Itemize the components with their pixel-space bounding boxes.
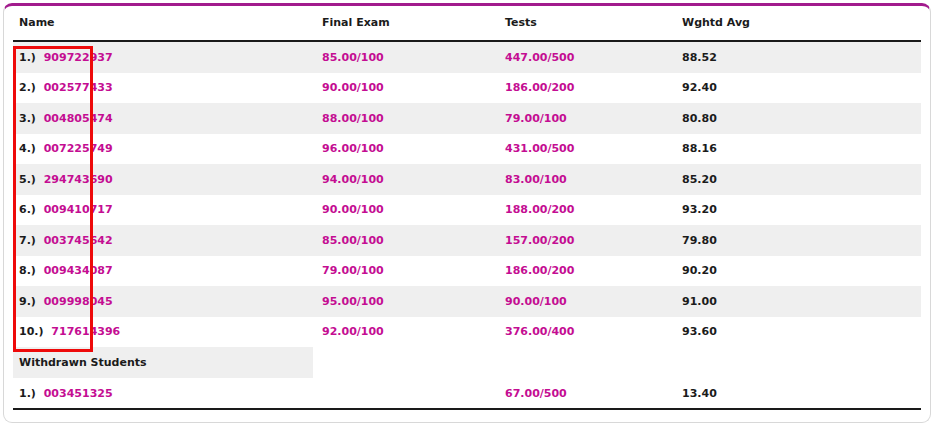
student-id-link[interactable]: 002577433 <box>44 81 113 94</box>
tests-cell: 376.00/400 <box>499 325 676 338</box>
withdrawn-section-row: Withdrawn Students <box>13 347 921 378</box>
student-name-cell: 6.) 009410717 <box>13 203 316 216</box>
column-header-name: Name <box>13 16 316 40</box>
final-exam-cell: 85.00/100 <box>316 51 499 64</box>
wghtd-avg-cell: 92.40 <box>676 81 921 94</box>
final-exam-cell: 94.00/100 <box>316 173 499 186</box>
column-header-wghtd-avg: Wghtd Avg <box>676 16 921 40</box>
tests-cell: 90.00/100 <box>499 295 676 308</box>
wghtd-avg-cell: 90.20 <box>676 264 921 277</box>
student-name-cell: 9.) 009998045 <box>13 295 316 308</box>
student-id-link[interactable]: 007225749 <box>44 142 113 155</box>
row-rank: 3.) <box>19 112 36 125</box>
tests-cell: 447.00/500 <box>499 51 676 64</box>
student-name-cell: 5.) 294743690 <box>13 173 316 186</box>
row-rank: 10.) <box>19 325 44 338</box>
wghtd-avg-cell: 13.40 <box>676 387 921 400</box>
wghtd-avg-cell: 88.52 <box>676 51 921 64</box>
table-header: Name Final Exam Tests Wghtd Avg <box>13 6 921 42</box>
final-exam-cell: 92.00/100 <box>316 325 499 338</box>
wghtd-avg-cell: 91.00 <box>676 295 921 308</box>
tests-cell: 67.00/500 <box>499 387 676 400</box>
wghtd-avg-cell: 85.20 <box>676 173 921 186</box>
final-exam-cell: 95.00/100 <box>316 295 499 308</box>
table-row: 1.) 003451325 67.00/500 13.40 <box>13 378 921 408</box>
row-rank: 5.) <box>19 173 36 186</box>
student-name-cell: 1.) 003451325 <box>13 387 316 400</box>
tests-cell: 186.00/200 <box>499 81 676 94</box>
tests-cell: 79.00/100 <box>499 112 676 125</box>
student-name-cell: 1.) 909722937 <box>13 51 316 64</box>
row-rank: 1.) <box>19 387 36 400</box>
table-row: 5.) 294743690 94.00/100 83.00/100 85.20 <box>13 164 921 195</box>
row-rank: 6.) <box>19 203 36 216</box>
row-rank: 1.) <box>19 51 36 64</box>
table-row: 1.) 909722937 85.00/100 447.00/500 88.52 <box>13 42 921 73</box>
student-id-link[interactable]: 294743690 <box>44 173 113 186</box>
wghtd-avg-cell: 80.80 <box>676 112 921 125</box>
tests-cell: 83.00/100 <box>499 173 676 186</box>
student-rows: 1.) 909722937 85.00/100 447.00/500 88.52… <box>13 42 921 347</box>
tests-cell: 157.00/200 <box>499 234 676 247</box>
student-id-link[interactable]: 717614396 <box>51 325 120 338</box>
tests-cell: 186.00/200 <box>499 264 676 277</box>
final-exam-cell: 79.00/100 <box>316 264 499 277</box>
student-id-link[interactable]: 009434087 <box>44 264 113 277</box>
row-rank: 2.) <box>19 81 36 94</box>
table-row: 10.) 717614396 92.00/100 376.00/400 93.6… <box>13 317 921 348</box>
gradebook-screenshot: Name Final Exam Tests Wghtd Avg 1.) 9097… <box>0 0 936 427</box>
final-exam-cell: 85.00/100 <box>316 234 499 247</box>
table-row: 6.) 009410717 90.00/100 188.00/200 93.20 <box>13 195 921 226</box>
gradebook-panel: Name Final Exam Tests Wghtd Avg 1.) 9097… <box>3 3 931 423</box>
student-name-cell: 10.) 717614396 <box>13 325 316 338</box>
row-rank: 9.) <box>19 295 36 308</box>
column-header-final-exam: Final Exam <box>316 16 499 40</box>
table-row: 8.) 009434087 79.00/100 186.00/200 90.20 <box>13 256 921 287</box>
withdrawn-student-rows: 1.) 003451325 67.00/500 13.40 <box>13 378 921 408</box>
wghtd-avg-cell: 79.80 <box>676 234 921 247</box>
wghtd-avg-cell: 93.20 <box>676 203 921 216</box>
table-row: 9.) 009998045 95.00/100 90.00/100 91.00 <box>13 286 921 317</box>
student-name-cell: 7.) 003745642 <box>13 234 316 247</box>
final-exam-cell: 90.00/100 <box>316 203 499 216</box>
final-exam-cell: 96.00/100 <box>316 142 499 155</box>
student-name-cell: 8.) 009434087 <box>13 264 316 277</box>
table-row: 4.) 007225749 96.00/100 431.00/500 88.16 <box>13 134 921 165</box>
wghtd-avg-cell: 93.60 <box>676 325 921 338</box>
withdrawn-section-header: Withdrawn Students <box>13 347 313 378</box>
student-name-cell: 4.) 007225749 <box>13 142 316 155</box>
final-exam-cell: 90.00/100 <box>316 81 499 94</box>
table-bottom-border <box>13 408 921 410</box>
student-id-link[interactable]: 004805474 <box>44 112 113 125</box>
student-id-link[interactable]: 009998045 <box>44 295 113 308</box>
student-id-link[interactable]: 003451325 <box>44 387 113 400</box>
final-exam-cell: 88.00/100 <box>316 112 499 125</box>
student-name-cell: 3.) 004805474 <box>13 112 316 125</box>
row-rank: 4.) <box>19 142 36 155</box>
column-header-tests: Tests <box>499 16 676 40</box>
row-rank: 8.) <box>19 264 36 277</box>
table-row: 2.) 002577433 90.00/100 186.00/200 92.40 <box>13 73 921 104</box>
student-id-link[interactable]: 009410717 <box>44 203 113 216</box>
student-name-cell: 2.) 002577433 <box>13 81 316 94</box>
row-rank: 7.) <box>19 234 36 247</box>
tests-cell: 188.00/200 <box>499 203 676 216</box>
wghtd-avg-cell: 88.16 <box>676 142 921 155</box>
table-row: 7.) 003745642 85.00/100 157.00/200 79.80 <box>13 225 921 256</box>
table-row: 3.) 004805474 88.00/100 79.00/100 80.80 <box>13 103 921 134</box>
student-id-link[interactable]: 003745642 <box>44 234 113 247</box>
student-id-link[interactable]: 909722937 <box>44 51 113 64</box>
tests-cell: 431.00/500 <box>499 142 676 155</box>
